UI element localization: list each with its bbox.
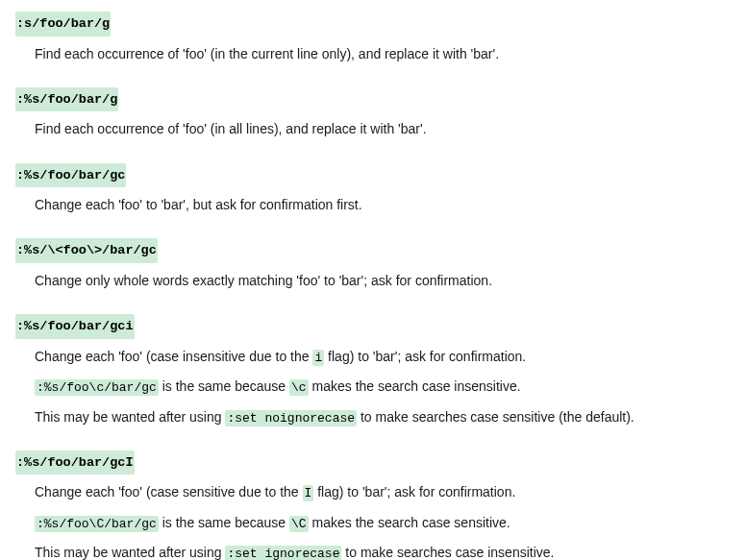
vim-command: :%s/foo/bar/gc xyxy=(15,163,126,188)
vim-command: :%s/foo/bar/gci xyxy=(15,314,135,339)
description-line: Change only whole words exactly matching… xyxy=(35,269,731,293)
text-segment: flag) to 'bar'; ask for confirmation. xyxy=(313,484,515,499)
description-line: Change each 'foo' (case insensitive due … xyxy=(35,345,731,369)
text-segment: This may be wanted after using xyxy=(35,545,225,560)
vim-command: :%s/\<foo\>/bar/gc xyxy=(15,238,158,263)
inline-code: :set ignorecase xyxy=(225,546,341,560)
example-entry: :%s/foo/bar/gc Change each 'foo' to 'bar… xyxy=(15,163,731,218)
text-segment: Change each 'foo' (case insensitive due … xyxy=(35,349,312,364)
inline-code: \C xyxy=(289,516,309,532)
inline-code: :%s/foo\c/bar/gc xyxy=(35,379,159,396)
description-line: Change each 'foo' to 'bar', but ask for … xyxy=(35,193,731,217)
text-segment: makes the search case insensitive. xyxy=(309,378,521,394)
description-line: :%s/foo\c/bar/gc is the same because \c … xyxy=(35,375,731,399)
inline-code: \c xyxy=(289,379,309,396)
example-entry: :s/foo/bar/g Find each occurrence of 'fo… xyxy=(15,12,731,66)
description-line: This may be wanted after using :set noig… xyxy=(35,405,731,429)
inline-code: :set noignorecase xyxy=(225,410,357,426)
vim-substitute-examples: :s/foo/bar/g Find each occurrence of 'fo… xyxy=(15,12,731,560)
description-line: Change each 'foo' (case sensitive due to… xyxy=(35,480,731,504)
text-segment: flag) to 'bar'; ask for confirmation. xyxy=(324,349,526,364)
inline-code: i xyxy=(312,350,324,366)
inline-code: I xyxy=(303,485,314,501)
vim-command: :s/foo/bar/g xyxy=(15,12,111,37)
text-segment: Change each 'foo' (case sensitive due to… xyxy=(35,484,303,499)
description-line: Find each occurrence of 'foo' (in all li… xyxy=(35,117,731,141)
description-line: Find each occurrence of 'foo' (in the cu… xyxy=(35,42,731,66)
text-segment: is the same because xyxy=(159,378,289,394)
vim-command: :%s/foo/bar/g xyxy=(15,87,118,112)
text-segment: This may be wanted after using xyxy=(35,409,225,425)
text-segment: makes the search case sensitive. xyxy=(309,515,510,530)
vim-command: :%s/foo/bar/gcI xyxy=(15,450,135,475)
inline-code: :%s/foo\C/bar/gc xyxy=(35,516,159,532)
example-entry: :%s/foo/bar/g Find each occurrence of 'f… xyxy=(15,87,731,142)
description-line: :%s/foo\C/bar/gc is the same because \C … xyxy=(35,511,731,535)
text-segment: is the same because xyxy=(159,515,289,530)
text-segment: to make searches case sensitive (the def… xyxy=(357,409,634,425)
example-entry: :%s/foo/bar/gcI Change each 'foo' (case … xyxy=(15,450,731,560)
example-entry: :%s/foo/bar/gci Change each 'foo' (case … xyxy=(15,314,731,429)
description-line: This may be wanted after using :set igno… xyxy=(35,541,731,560)
text-segment: to make searches case insensitive. xyxy=(341,545,554,560)
example-entry: :%s/\<foo\>/bar/gc Change only whole wor… xyxy=(15,238,731,293)
